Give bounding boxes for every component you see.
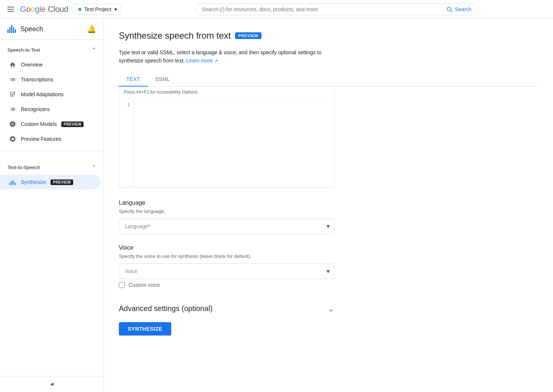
- language-section-title: Language: [119, 200, 334, 206]
- speech-to-text-section: Speech-to-Text ⌃ Overview Transcriptions: [0, 40, 104, 149]
- sidebar-item-transcriptions[interactable]: Transcriptions: [0, 72, 101, 87]
- sidebar-synthesize-label: Synthesize: [21, 179, 46, 185]
- voice-section-description: Specify the voice to use for synthesis (…: [119, 253, 334, 259]
- editor-accessibility-hint: Press Alt+F1 for Accessibility Options.: [119, 87, 334, 98]
- synthesize-preview-badge: PREVIEW: [51, 179, 73, 185]
- line-number-1: 1: [119, 101, 134, 108]
- svg-point-0: [447, 7, 451, 11]
- tab-ssml[interactable]: SSML: [148, 72, 178, 87]
- sidebar-custom-models-label: Custom Models: [21, 121, 57, 127]
- voice-section-title: Voice: [119, 244, 334, 251]
- collapse-icon: ◄: [49, 381, 55, 388]
- sidebar-item-preview-features[interactable]: Preview Features: [0, 132, 101, 146]
- speech-to-text-section-header[interactable]: Speech-to-Text ⌃: [0, 43, 104, 57]
- project-name: Test Project: [84, 6, 111, 12]
- sidebar-item-recognizers[interactable]: Recognizers: [0, 102, 101, 117]
- speech-to-text-chevron-icon: ⌃: [91, 46, 96, 54]
- language-select-wrapper: Language* ▾: [119, 218, 334, 234]
- google-cloud-logo: Google Cloud: [20, 4, 68, 14]
- sidebar-collapse-button[interactable]: ◄: [0, 376, 104, 392]
- main-content: Synthesize speech from text PREVIEW Type…: [104, 19, 553, 392]
- input-tabs: TEXT SSML: [119, 72, 538, 87]
- line-numbers: 1: [119, 98, 134, 187]
- page-title: Synthesize speech from text: [119, 30, 231, 41]
- search-icon: [446, 6, 453, 13]
- model-adaptations-icon: [9, 91, 16, 98]
- text-to-speech-label: Text-to-Speech: [7, 165, 40, 170]
- editor-body: 1: [119, 98, 334, 187]
- sidebar-transcriptions-label: Transcriptions: [21, 77, 53, 82]
- advanced-settings-section[interactable]: Advanced settings (optional) ⌄: [119, 298, 334, 319]
- speech-app-icon: [7, 25, 16, 33]
- sidebar-model-adaptations-label: Model Adaptations: [21, 91, 64, 97]
- custom-voice-row: Custom voice: [119, 282, 334, 288]
- voice-section: Voice Specify the voice to use for synth…: [119, 244, 334, 288]
- learn-more-text: Learn more: [186, 58, 213, 64]
- svg-line-1: [450, 10, 452, 12]
- sidebar: Speech 🔔 Speech-to-Text ⌃ Overview: [0, 19, 104, 392]
- project-dot-icon: [78, 8, 81, 11]
- page-description: Type text or valid SSML, select a langua…: [119, 48, 538, 65]
- project-dropdown-icon: ▾: [114, 6, 117, 12]
- project-selector[interactable]: Test Project ▾: [74, 4, 122, 15]
- custom-models-preview-badge: PREVIEW: [61, 122, 84, 127]
- home-icon: [9, 61, 16, 68]
- synthesize-icon: [9, 178, 16, 186]
- notification-bell-icon[interactable]: 🔔: [87, 25, 96, 33]
- text-to-speech-chevron-icon: ⌃: [91, 164, 96, 171]
- search-button-label: Search: [455, 6, 471, 12]
- advanced-settings-chevron-icon: ⌄: [328, 304, 334, 313]
- tab-text[interactable]: TEXT: [119, 72, 148, 87]
- search-button[interactable]: Search: [446, 6, 471, 13]
- page-title-row: Synthesize speech from text PREVIEW: [119, 30, 538, 41]
- sidebar-header: Speech 🔔: [0, 19, 104, 40]
- advanced-settings-title: Advanced settings (optional): [119, 304, 212, 313]
- transcriptions-icon: [9, 76, 16, 83]
- custom-voice-label: Custom voice: [129, 282, 160, 288]
- sidebar-item-synthesize[interactable]: Synthesize PREVIEW: [0, 175, 101, 189]
- sidebar-app-title: Speech: [20, 25, 43, 33]
- voice-select[interactable]: [119, 263, 334, 279]
- text-editor-container: Press Alt+F1 for Accessibility Options. …: [119, 87, 334, 188]
- preview-features-icon: [9, 135, 16, 143]
- search-bar: Search: [195, 3, 478, 15]
- language-select[interactable]: [119, 218, 334, 234]
- text-input-area[interactable]: [134, 98, 334, 187]
- recognizers-icon: [9, 106, 16, 113]
- learn-more-link[interactable]: Learn more ↗: [186, 58, 218, 64]
- sidebar-item-custom-models[interactable]: Custom Models PREVIEW: [0, 117, 101, 132]
- sidebar-overview-label: Overview: [21, 62, 42, 68]
- language-section-description: Specify the language.: [119, 208, 334, 214]
- speech-to-text-label: Speech-to-Text: [7, 47, 40, 53]
- sidebar-item-overview[interactable]: Overview: [0, 57, 101, 72]
- custom-models-icon: [9, 120, 16, 128]
- voice-select-wrapper: Voice ▾: [119, 263, 334, 279]
- search-input[interactable]: [202, 6, 443, 12]
- language-section: Language Specify the language. Language*…: [119, 200, 334, 234]
- main-layout: Speech 🔔 Speech-to-Text ⌃ Overview: [0, 19, 553, 392]
- page-preview-badge: PREVIEW: [235, 32, 261, 39]
- hamburger-menu-icon[interactable]: [6, 5, 16, 13]
- sidebar-preview-features-label: Preview Features: [21, 136, 61, 142]
- topbar: Google Cloud Test Project ▾ Search: [0, 0, 553, 19]
- synthesize-button[interactable]: SYNTHESIZE: [119, 322, 171, 336]
- text-to-speech-section: Text-to-Speech ⌃ Synthesize PREVIEW: [0, 157, 104, 192]
- custom-voice-checkbox[interactable]: [119, 282, 125, 288]
- sidebar-recognizers-label: Recognizers: [21, 106, 50, 112]
- text-to-speech-section-header[interactable]: Text-to-Speech ⌃: [0, 160, 104, 175]
- sidebar-item-model-adaptations[interactable]: Model Adaptations: [0, 87, 101, 102]
- external-link-icon: ↗: [214, 58, 218, 64]
